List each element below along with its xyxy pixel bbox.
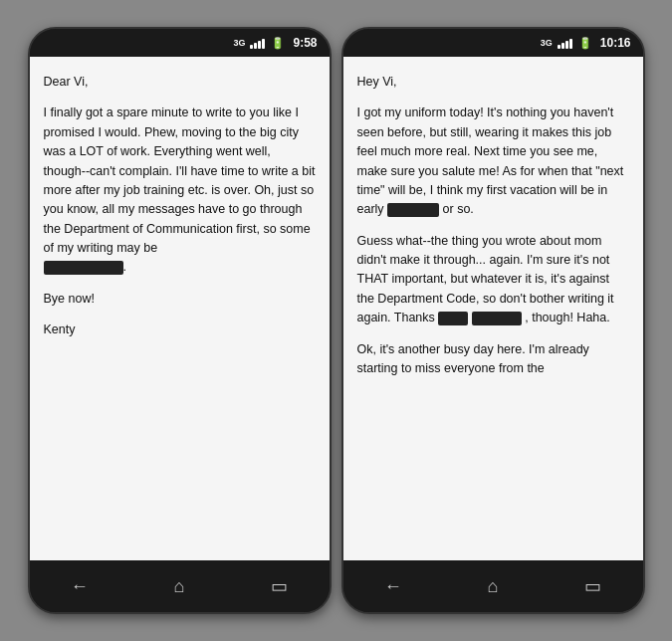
status-bar-1: 3G 🔋 9:58 — [30, 29, 330, 57]
signal-bar-8 — [569, 39, 572, 49]
letter-body-1: I finally got a spare minute to write to… — [44, 104, 316, 277]
recent-button-2[interactable] — [572, 566, 612, 606]
redacted-block-3b — [472, 312, 522, 325]
letter-para2-cont: , though! Haha. — [525, 311, 609, 324]
back-button-2[interactable] — [373, 566, 413, 606]
signal-bar-2 — [254, 43, 257, 49]
nav-bar-2 — [343, 560, 643, 612]
letter-para1: I got my uniform today! It's nothing you… — [357, 104, 629, 219]
status-bar-2: 3G 🔋 10:16 — [343, 29, 643, 57]
letter-greeting-1: Dear Vi, — [44, 73, 316, 92]
letter-signoff-1: Bye now! — [44, 290, 316, 309]
content-area-1: Dear Vi, I finally got a spare minute to… — [30, 57, 330, 560]
letter-1: Dear Vi, I finally got a spare minute to… — [44, 73, 316, 340]
signal-bar-4 — [262, 39, 265, 49]
time-display-1: 9:58 — [293, 36, 317, 50]
letter-name-1: Kenty — [44, 320, 316, 339]
signal-bars-1 — [250, 37, 265, 49]
time-display-2: 10:16 — [600, 36, 631, 50]
home-button-1[interactable] — [159, 566, 199, 606]
signal-bar-6 — [561, 43, 564, 49]
phones-container: 3G 🔋 9:58 Dear Vi, I finally got a spare… — [18, 17, 655, 624]
redacted-block-3a — [438, 312, 468, 325]
redacted-block-2 — [387, 203, 439, 217]
redacted-block-1 — [44, 261, 123, 275]
letter-para2: Guess what--the thing you wrote about mo… — [357, 232, 629, 328]
content-area-2: Hey Vi, I got my uniform today! It's not… — [343, 57, 643, 560]
letter-2: Hey Vi, I got my uniform today! It's not… — [357, 73, 629, 378]
letter-para3: Ok, it's another busy day here. I'm alre… — [357, 340, 629, 379]
network-indicator-2: 3G — [541, 38, 553, 48]
signal-bars-2 — [558, 37, 572, 49]
status-icons-2: 3G 🔋 10:16 — [541, 36, 631, 50]
signal-bar-3 — [258, 41, 261, 49]
signal-bar-5 — [558, 45, 560, 49]
home-button-2[interactable] — [473, 566, 513, 606]
letter-para1-text: I got my uniform today! It's nothing you… — [357, 106, 624, 216]
network-indicator-1: 3G — [233, 38, 245, 48]
letter-para1-cont: or so. — [443, 202, 474, 216]
phone-2: 3G 🔋 10:16 Hey Vi, I got my uniform toda… — [341, 27, 645, 614]
battery-icon-1: 🔋 — [271, 37, 285, 50]
letter-body-text-1: I finally got a spare minute to write to… — [44, 106, 316, 255]
signal-bar-7 — [565, 41, 568, 49]
signal-bar-1 — [250, 45, 253, 49]
battery-icon-2: 🔋 — [578, 37, 592, 50]
recent-button-1[interactable] — [259, 566, 299, 606]
status-icons-1: 3G 🔋 9:58 — [233, 36, 317, 50]
phone-1: 3G 🔋 9:58 Dear Vi, I finally got a spare… — [28, 27, 332, 614]
letter-greeting-2: Hey Vi, — [357, 73, 629, 92]
nav-bar-1 — [30, 560, 330, 612]
back-button-1[interactable] — [60, 566, 100, 606]
